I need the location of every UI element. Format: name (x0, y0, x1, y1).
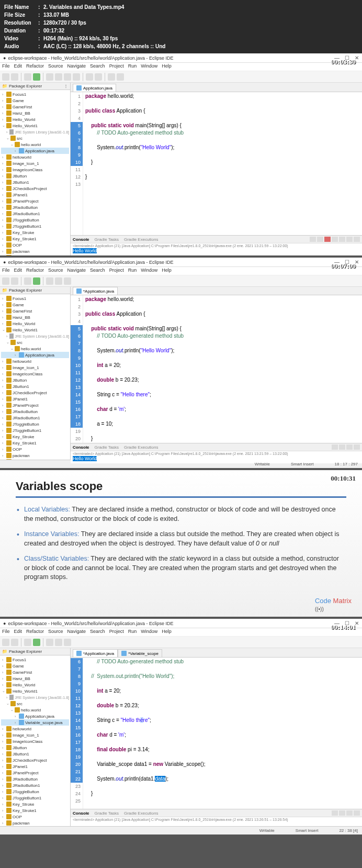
tool-icon[interactable] (73, 73, 80, 81)
tree-item[interactable]: ⌄src (1, 135, 69, 141)
explorer-tab[interactable]: 📁Package Explorer⋮ (0, 83, 70, 90)
tree-item[interactable]: ⌄hello.world (1, 141, 69, 148)
debug-icon[interactable] (24, 73, 31, 81)
tool-icon[interactable] (46, 73, 53, 81)
menu-source[interactable]: Source (48, 63, 63, 70)
editor-tab[interactable]: Application.java (73, 84, 116, 92)
tree-item[interactable]: ›JPanelProject (1, 198, 69, 204)
tree-item[interactable]: ›JCheckBoxProject (1, 185, 69, 192)
bullet-local: Local Variables: They are declared insid… (16, 505, 346, 524)
menu-file[interactable]: File (2, 63, 10, 70)
console-output: Hello World (71, 248, 362, 255)
slide-frame: 00:10:31 Variables scope Local Variables… (0, 470, 362, 617)
menu-run[interactable]: Run (128, 63, 137, 70)
tree-item[interactable]: ›packman (1, 248, 69, 254)
tree-item[interactable]: ›Hanz_BB (1, 110, 69, 116)
tree-item[interactable]: ›Key_Stroke1 (1, 236, 69, 242)
editor-area: Application.java 12345678910111213 packa… (71, 83, 362, 255)
tree-item[interactable]: ›JToggleButton1 (1, 223, 69, 229)
tree-item[interactable]: ›ImageIconClass (1, 166, 69, 173)
menu-navigate[interactable]: Navigate (67, 63, 86, 70)
tool-icon[interactable] (64, 73, 71, 81)
screenshot-frame-2: 00:07:00 ●eclipse-workspace - Hello_Worl… (0, 258, 362, 468)
menu-refactor[interactable]: Refactor (26, 63, 44, 70)
tree-item[interactable]: ›JButton1 (1, 179, 69, 185)
console-header: <terminated> Application (21) [Java Appl… (71, 243, 362, 248)
package-explorer: 📁Package Explorer⋮ ›Focus1 ›Game ›GameFi… (0, 83, 71, 255)
tool-icon[interactable] (108, 73, 115, 81)
tree-item[interactable]: ›JRE System Library [JavaSE-1.8] (1, 129, 69, 135)
menu-bar: File Edit Refactor Source Navigate Searc… (0, 63, 362, 71)
menu-search[interactable]: Search (90, 63, 105, 70)
code-editor[interactable]: 1234567891011121314151617181920 package … (71, 295, 362, 443)
code-editor[interactable]: 12345678910111213 package hello.world; p… (71, 92, 362, 235)
tool-icon[interactable] (55, 73, 62, 81)
tree-item[interactable]: ›JButton (1, 173, 69, 179)
bullet-instance: Instance Variables: They are declared in… (16, 530, 346, 548)
tree-item[interactable]: ›Focus1 (1, 91, 69, 97)
console-panel: Console Gradle Tasks Gradle Executions <… (71, 235, 362, 255)
menu-project[interactable]: Project (109, 63, 124, 70)
wifi-icon: ((•)) (315, 606, 324, 612)
timestamp: 00:07:00 (331, 262, 356, 270)
toolbar (0, 71, 362, 83)
tree-item[interactable]: ›OOP (1, 242, 69, 248)
tree-item[interactable]: ›Pacman_Draw_Screen (1, 254, 69, 255)
eclipse-icon: ● (3, 55, 6, 61)
tree-item[interactable]: ›helloworld (1, 154, 69, 160)
console-tab[interactable]: Console (73, 237, 89, 242)
window-title: eclipse-workspace - Hello_World1/src/hel… (8, 55, 173, 61)
tree-item[interactable]: ›JRadioButton (1, 204, 69, 210)
gradle-tasks-tab[interactable]: Gradle Tasks (95, 237, 119, 242)
run-icon[interactable] (33, 73, 40, 81)
tool-icon[interactable] (95, 73, 102, 81)
tree-item[interactable]: ›Key_Stroke (1, 229, 69, 236)
menu-help[interactable]: Help (162, 63, 172, 70)
save-icon[interactable] (11, 73, 18, 81)
slide-title: Variables scope (16, 480, 346, 493)
tree-item[interactable]: ›JRadioButton1 (1, 210, 69, 217)
window-title-bar: ● eclipse-workspace - Hello_World1/src/h… (0, 53, 362, 63)
gradle-exec-tab[interactable]: Gradle Executions (124, 237, 158, 242)
media-info: File Name:2. Variables and Data Types.mp… (0, 0, 362, 53)
tree-item[interactable]: ⌄Hello_World1 (1, 123, 69, 129)
menu-window[interactable]: Window (141, 63, 157, 70)
tree-item[interactable]: ›JPanel1 (1, 192, 69, 198)
tree-item[interactable]: ›Hello_World (1, 116, 69, 123)
logo: Code Matrix ((•)) (315, 597, 352, 613)
new-icon[interactable] (2, 73, 9, 81)
tree-item[interactable]: ›GameFirst (1, 104, 69, 110)
tree-item-selected[interactable]: ›Application.java (1, 148, 69, 154)
tree-item[interactable]: ›Image_Icon_1 (1, 160, 69, 166)
bullet-static: Class/Static Variables: They are declare… (16, 554, 346, 582)
screenshot-frame-1: 00:03:30 ● eclipse-workspace - Hello_Wor… (0, 53, 362, 255)
timestamp: 00:03:30 (331, 58, 356, 66)
tool-icon[interactable] (86, 73, 93, 81)
code-editor[interactable]: 678910111213141516171819202122232425 // … (71, 658, 362, 809)
menu-edit[interactable]: Edit (14, 63, 22, 70)
screenshot-frame-4: 00:14:01 ●eclipse-workspace - Hello_Worl… (0, 619, 362, 834)
tree-item[interactable]: ›Game (1, 97, 69, 104)
tree-item[interactable]: ›JToggleButton (1, 217, 69, 223)
tool-icon[interactable] (117, 73, 124, 81)
